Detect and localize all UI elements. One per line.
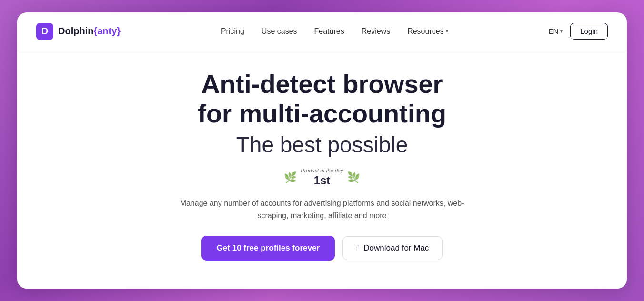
login-button[interactable]: Login	[570, 23, 608, 40]
logo-icon: D	[36, 23, 53, 40]
logo-text: Dolphin{anty}	[58, 26, 121, 37]
nav-item-use-cases[interactable]: Use cases	[262, 27, 297, 36]
logo-area[interactable]: D Dolphin{anty}	[36, 23, 121, 40]
laurel-left-icon: 🌿	[284, 171, 297, 184]
nav-item-reviews[interactable]: Reviews	[362, 27, 390, 36]
header: D Dolphin{anty} Pricing Use cases Featur…	[17, 12, 627, 50]
chevron-down-icon: ▾	[446, 29, 448, 34]
badge-rank: 1st	[314, 174, 331, 188]
award-badge: 🌿 Product of the day 1st 🌿	[284, 168, 360, 188]
cta-buttons: Get 10 free profiles forever  Download …	[201, 236, 443, 261]
hero-section: Anti-detect browser for multi-accounting…	[17, 50, 627, 289]
hero-subtitle: The best possible	[236, 132, 408, 158]
badge-text: Product of the day 1st	[301, 168, 343, 188]
hero-title: Anti-detect browser for multi-accounting	[198, 69, 446, 128]
chevron-down-icon: ▾	[560, 29, 563, 34]
nav-item-features[interactable]: Features	[314, 27, 344, 36]
main-nav: Pricing Use cases Features Reviews Resou…	[221, 27, 448, 36]
nav-item-pricing[interactable]: Pricing	[221, 27, 244, 36]
download-mac-button[interactable]:  Download for Mac	[342, 236, 443, 260]
header-right: EN ▾ Login	[548, 23, 608, 40]
badge-label: Product of the day	[301, 168, 343, 174]
nav-item-resources[interactable]: Resources ▾	[407, 27, 448, 36]
apple-icon: 	[356, 243, 360, 253]
hero-description: Manage any number of accounts for advert…	[174, 197, 470, 221]
get-free-profiles-button[interactable]: Get 10 free profiles forever	[201, 236, 335, 261]
laurel-right-icon: 🌿	[347, 171, 360, 184]
page-wrapper: D Dolphin{anty} Pricing Use cases Featur…	[17, 12, 627, 289]
language-selector[interactable]: EN ▾	[548, 27, 563, 35]
